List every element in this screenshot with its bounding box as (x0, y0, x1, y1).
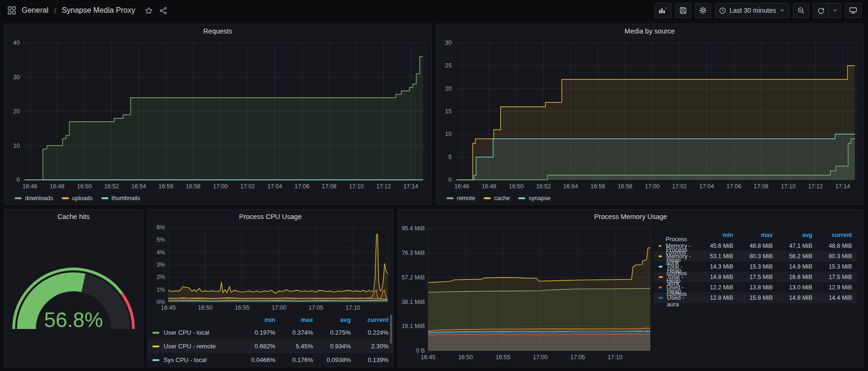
legend-scrollbar[interactable] (390, 314, 392, 344)
cpu-legend-table: min max avg current User CPU - local 0.1… (148, 313, 393, 367)
svg-text:16:46: 16:46 (455, 183, 469, 190)
series-swatch (152, 332, 159, 334)
max-value: 0.176% (275, 356, 313, 363)
refresh-button[interactable] (813, 3, 829, 18)
max-value: 17.5 MiB (733, 274, 773, 280)
svg-text:4%: 4% (157, 249, 165, 256)
legend-item[interactable]: thumbnails (101, 195, 140, 202)
current-value: 48.8 MiB (812, 243, 852, 249)
avg-value: 13.0 MiB (773, 284, 812, 291)
col-current[interactable]: current (812, 232, 852, 238)
svg-text:16:45: 16:45 (421, 354, 435, 361)
svg-text:17:04: 17:04 (267, 183, 282, 190)
svg-text:16:45: 16:45 (161, 304, 175, 311)
avg-value: 0.0938% (313, 356, 351, 363)
svg-text:17:02: 17:02 (672, 183, 686, 190)
share-icon[interactable] (158, 6, 168, 16)
series-name: User CPU - remote (164, 343, 216, 350)
cycle-view-mode-button[interactable] (845, 3, 861, 18)
svg-text:16:56: 16:56 (590, 183, 605, 190)
panel-media-by-source: Media by source 05101520253016:4616:4816… (436, 24, 864, 205)
panel-title[interactable]: Media by source (436, 24, 863, 37)
current-value: 17.5 MiB (812, 274, 852, 280)
table-row: User CPU - remote 0.682% 5.45% 0.934% 2.… (148, 339, 393, 353)
dashboards-grid-icon[interactable] (7, 5, 17, 16)
legend-label: thumbnails (112, 195, 140, 202)
requests-legend: downloads uploads thumbnails (4, 192, 431, 204)
svg-text:16:48: 16:48 (50, 183, 64, 190)
svg-text:16:50: 16:50 (77, 183, 91, 190)
refresh-icon (818, 7, 825, 14)
gear-icon (699, 7, 707, 14)
svg-text:57.2 MiB: 57.2 MiB (402, 274, 425, 281)
legend-item[interactable]: synapse (518, 195, 551, 202)
svg-text:17:02: 17:02 (240, 183, 255, 190)
col-min[interactable]: min (694, 232, 733, 238)
col-avg[interactable]: avg (313, 316, 351, 323)
breadcrumb-folder[interactable]: General (22, 6, 49, 15)
col-min[interactable]: min (238, 316, 275, 323)
cpu-chart[interactable]: 0%1%2%3%4%5%6%16:4516:5016:5517:0017:051… (149, 223, 391, 313)
zoom-out-time-button[interactable] (793, 3, 809, 18)
svg-text:16:48: 16:48 (481, 183, 496, 190)
col-max[interactable]: max (275, 316, 313, 323)
col-max[interactable]: max (733, 232, 773, 238)
media-chart[interactable]: 05101520253016:4616:4816:5016:5216:5416:… (438, 37, 861, 192)
svg-text:3%: 3% (157, 261, 165, 268)
svg-text:30: 30 (13, 74, 20, 81)
current-value: 15.3 MiB (812, 263, 852, 270)
svg-text:25: 25 (445, 62, 452, 69)
add-panel-button[interactable] (654, 3, 671, 18)
memory-chart[interactable]: 0 B19.1 MiB38.1 MiB57.2 MiB76.3 MiB95.4 … (398, 223, 654, 363)
max-value: 13.8 MiB (733, 284, 773, 291)
table-row: Sys CPU - local 0.0466% 0.176% 0.0938% 0… (148, 353, 393, 367)
panel-title[interactable]: Process CPU Usage (148, 210, 393, 223)
min-value: 0.197% (238, 329, 275, 336)
current-value: 2.30% (351, 343, 389, 350)
requests-chart[interactable]: 01020304016:4616:4816:5016:5216:5416:561… (6, 37, 430, 192)
col-avg[interactable]: avg (773, 232, 812, 238)
legend-label: cache (494, 195, 510, 202)
save-dashboard-button[interactable] (675, 3, 691, 18)
cache-hits-gauge: 56.8% (4, 223, 143, 367)
series-swatch (62, 197, 69, 199)
refresh-interval-dropdown[interactable] (829, 3, 841, 18)
series-swatch (518, 197, 525, 199)
legend-item[interactable]: uploads (62, 195, 93, 202)
chevron-down-icon (832, 8, 838, 13)
svg-text:95.4 MiB: 95.4 MiB (402, 225, 425, 232)
legend-item[interactable]: downloads (15, 195, 53, 202)
svg-text:16:58: 16:58 (186, 183, 200, 190)
svg-text:17:05: 17:05 (308, 304, 323, 311)
svg-text:17:12: 17:12 (376, 183, 391, 190)
breadcrumb-dashboard-title[interactable]: Synapse Media Proxy (62, 6, 135, 15)
legend-label: uploads (72, 195, 93, 202)
svg-text:30: 30 (445, 40, 452, 46)
add-panel-icon (659, 7, 667, 14)
svg-text:0: 0 (448, 177, 452, 183)
gauge-arc: 56.8% (8, 254, 140, 336)
avg-value: 14.9 MiB (773, 263, 812, 270)
media-legend: remote cache synapse (436, 192, 863, 204)
min-value: 12.8 MiB (694, 295, 733, 301)
panel-title[interactable]: Process Memory Usage (398, 210, 863, 223)
panel-title[interactable]: Requests (4, 24, 431, 37)
svg-text:16:56: 16:56 (158, 183, 173, 190)
svg-text:17:10: 17:10 (608, 354, 622, 361)
dashboard-settings-button[interactable] (695, 3, 711, 18)
panel-cache-hits: Cache hits 56.8% (4, 209, 143, 367)
svg-text:17:06: 17:06 (727, 183, 741, 190)
svg-text:19.1 MiB: 19.1 MiB (402, 323, 425, 329)
legend-item[interactable]: cache (484, 195, 510, 202)
top-navbar: General / Synapse Media Proxy (0, 0, 868, 21)
max-value: 15.3 MiB (733, 263, 773, 270)
col-current[interactable]: current (351, 316, 389, 323)
panel-title[interactable]: Cache hits (4, 210, 143, 223)
svg-text:10: 10 (13, 143, 20, 149)
svg-text:17:10: 17:10 (349, 183, 364, 190)
series-swatch (484, 197, 491, 199)
star-icon[interactable] (144, 6, 154, 16)
legend-item[interactable]: remote (446, 195, 475, 202)
time-range-picker[interactable]: Last 30 minutes (715, 3, 789, 18)
svg-text:17:00: 17:00 (213, 183, 228, 190)
